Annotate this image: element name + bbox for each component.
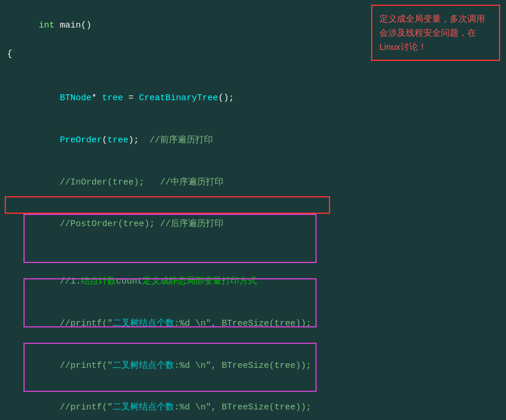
code-container: 定义成全局变量，多次调用会涉及线程安全问题，在Linux讨论！ int main… <box>0 0 506 420</box>
code-line-3 <box>0 62 506 77</box>
purple-box-1 <box>23 214 317 263</box>
code-line-4: BTNode* tree = CreatBinaryTree(); <box>0 77 506 119</box>
purple-box-3 <box>23 343 317 392</box>
purple-box-2 <box>23 278 317 327</box>
keyword-int: int <box>39 21 55 30</box>
code-line-5: PreOrder(tree); //前序遍历打印 <box>0 119 506 162</box>
annotation-box: 定义成全局变量，多次调用会涉及线程安全问题，在Linux讨论！ <box>371 5 500 61</box>
red-highlight-box <box>5 196 330 214</box>
annotation-text: 定义成全局变量，多次调用会涉及线程安全问题，在Linux讨论！ <box>379 13 485 52</box>
